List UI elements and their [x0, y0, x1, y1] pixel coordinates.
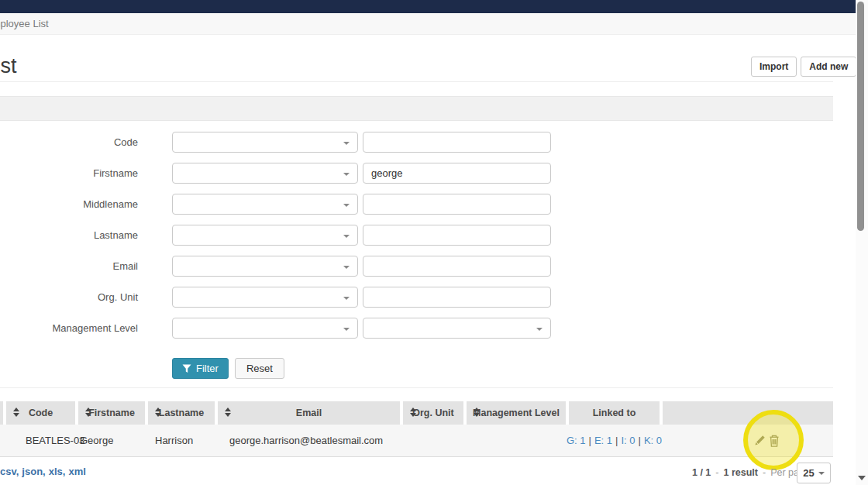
comma-separator: , [63, 466, 66, 477]
export-xml-link[interactable]: xml [68, 466, 85, 477]
sort-icon [155, 408, 161, 417]
chevron-down-icon [343, 235, 350, 238]
result-count: 1 result [724, 467, 758, 478]
export-links: csv,json,xls,xml [0, 466, 86, 477]
per-page-select[interactable]: 25 [797, 463, 831, 483]
column-label: Management Level [473, 408, 560, 418]
sort-icon [410, 408, 416, 417]
sort-icon [474, 408, 480, 417]
top-navigation-bar [0, 0, 856, 13]
firstname-label: Firstname [0, 167, 152, 179]
column-label: Email [296, 408, 322, 418]
page-title: Employee List [0, 54, 17, 78]
middlename-input[interactable] [363, 194, 551, 215]
chevron-down-icon [818, 472, 825, 475]
page-position: 1 / 1 [692, 467, 711, 478]
row-code: BEATLES-03 [26, 435, 84, 446]
column-label: Firstname [88, 408, 135, 418]
trash-icon [768, 434, 780, 448]
scrollbar-down-arrow-icon[interactable] [858, 476, 866, 480]
pagination-info: 1 / 1 - 1 result - Per page [692, 467, 810, 478]
per-page-value: 25 [803, 467, 814, 479]
management-level-operator-select[interactable] [172, 318, 358, 339]
row-email: george.harrison@beatlesmail.com [229, 435, 383, 446]
pipe-separator: | [636, 435, 644, 446]
filter-row-lastname: Lastname [0, 219, 833, 250]
column-header-org-unit[interactable]: Org. Unit [403, 401, 463, 425]
filter-row-code: Code [0, 126, 833, 157]
export-json-link[interactable]: json [22, 466, 43, 477]
page-actions: Import Add new [751, 57, 856, 77]
lastname-input[interactable] [363, 225, 551, 246]
filter-actions: Filter Reset [172, 358, 284, 379]
row-firstname: George [80, 435, 113, 446]
filter-row-org-unit: Org. Unit [0, 281, 833, 312]
comma-separator: , [16, 466, 19, 477]
linked-g-link[interactable]: G: 1 [567, 435, 586, 446]
reset-button[interactable]: Reset [235, 358, 284, 379]
column-header-firstname[interactable]: Firstname [78, 401, 145, 425]
breadcrumb-bar: Employee List [0, 13, 856, 35]
lastname-operator-select[interactable] [172, 225, 358, 246]
code-operator-select[interactable] [172, 132, 358, 153]
linked-k-link[interactable]: K: 0 [644, 435, 662, 446]
column-header-email[interactable]: Email [218, 401, 400, 425]
column-label: Org. Unit [412, 408, 453, 418]
linked-i-link[interactable]: I: 0 [621, 435, 635, 446]
firstname-input[interactable] [363, 163, 551, 184]
export-xls-link[interactable]: xls [49, 466, 63, 477]
firstname-operator-select[interactable] [172, 163, 358, 184]
column-label: Lastname [159, 408, 204, 418]
row-linked-to: G: 1|E: 1|I: 0|K: 0 [561, 435, 667, 446]
edit-button[interactable] [753, 434, 767, 448]
org-unit-input[interactable] [363, 287, 551, 308]
org-unit-operator-select[interactable] [172, 287, 358, 308]
middlename-label: Middlename [0, 198, 152, 210]
comma-separator: , [43, 466, 46, 477]
filter-form: Code Firstname Middlename Lastname Email… [0, 126, 833, 343]
column-label: Code [29, 408, 53, 418]
chevron-down-icon [343, 173, 350, 176]
column-header-partial [0, 401, 3, 425]
add-new-button[interactable]: Add new [801, 57, 856, 77]
sort-icon [85, 408, 91, 417]
funnel-icon [182, 364, 191, 373]
title-divider [0, 81, 833, 82]
sort-icon [225, 408, 231, 417]
dash-separator: - [715, 467, 718, 478]
filter-row-middlename: Middlename [0, 188, 833, 219]
filter-panel-divider [0, 387, 833, 388]
code-input[interactable] [363, 132, 551, 153]
column-label: Linked to [593, 408, 636, 418]
chevron-down-icon [343, 328, 350, 331]
import-button[interactable]: Import [751, 57, 797, 77]
column-header-management-level[interactable]: Management Level [467, 401, 566, 425]
filter-button-label: Filter [196, 363, 219, 374]
scrollbar-track[interactable] [856, 0, 868, 485]
filter-button[interactable]: Filter [172, 358, 229, 379]
chevron-down-icon [536, 328, 542, 331]
column-header-linked-to: Linked to [569, 401, 660, 425]
delete-button[interactable] [767, 434, 781, 448]
scrollbar-thumb[interactable] [857, 2, 864, 231]
column-header-lastname[interactable]: Lastname [148, 401, 215, 425]
employee-list-screen: Employee List Employee List Import Add n… [0, 0, 868, 485]
email-input[interactable] [363, 256, 551, 277]
filter-panel-header [0, 96, 833, 121]
export-csv-link[interactable]: csv [0, 466, 16, 477]
breadcrumb: Employee List [0, 18, 49, 29]
filter-row-management-level: Management Level [0, 312, 833, 343]
filter-row-email: Email [0, 250, 833, 281]
chevron-down-icon [343, 266, 350, 269]
filter-row-firstname: Firstname [0, 157, 833, 188]
middlename-operator-select[interactable] [172, 194, 358, 215]
chevron-down-icon [343, 204, 350, 207]
column-header-code[interactable]: Code [6, 401, 75, 425]
pipe-separator: | [612, 435, 621, 446]
linked-e-link[interactable]: E: 1 [594, 435, 612, 446]
lastname-label: Lastname [0, 229, 152, 241]
email-operator-select[interactable] [172, 256, 358, 277]
table-row: BEATLES-03 George Harrison george.harris… [0, 425, 833, 457]
management-level-value-select[interactable] [363, 318, 551, 339]
code-label: Code [0, 136, 152, 148]
